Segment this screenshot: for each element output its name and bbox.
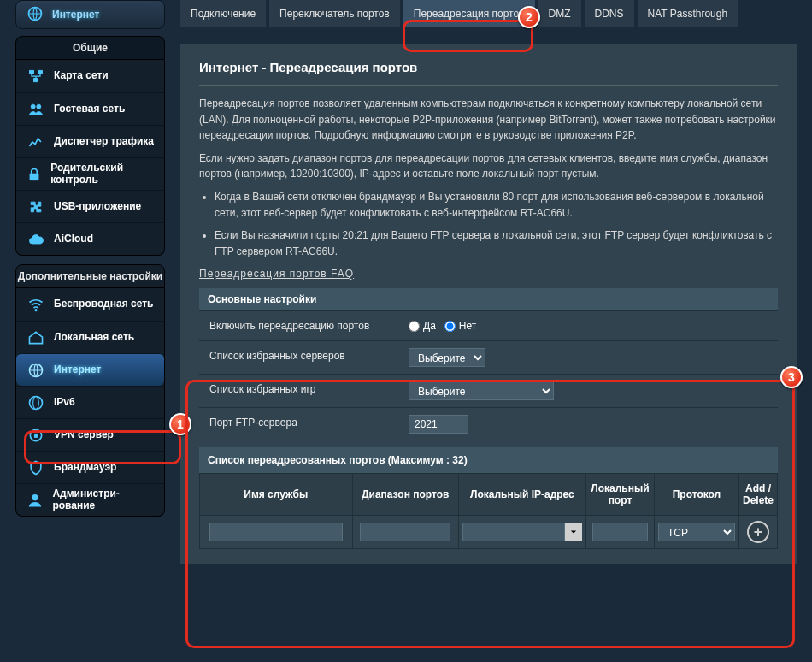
sidebar-item-label: Брандмауэр bbox=[54, 462, 116, 474]
sidebar-general-header: Общие bbox=[15, 36, 165, 60]
enable-forwarding-label: Включить переадресацию портов bbox=[199, 311, 400, 340]
tab-port-forward[interactable]: Переадресация портов bbox=[403, 0, 535, 27]
wifi-icon bbox=[25, 296, 47, 313]
fav-servers-label: Список избранных серверов bbox=[199, 341, 400, 374]
sidebar-item-label: Интернет bbox=[54, 364, 101, 376]
svg-rect-6 bbox=[30, 174, 38, 180]
intro-paragraph-1: Переадресация портов позволяет удаленным… bbox=[199, 96, 778, 144]
tab-nat[interactable]: NAT Passthrough bbox=[638, 0, 738, 27]
svg-rect-12 bbox=[34, 434, 37, 437]
sidebar-item-label: Карта сети bbox=[54, 70, 109, 82]
tab-ddns[interactable]: DDNS bbox=[585, 0, 634, 27]
tab-port-trigger[interactable]: Переключатель портов bbox=[269, 0, 400, 27]
callout-badge-1: 1 bbox=[169, 413, 191, 435]
col-range: Диапазон портов bbox=[352, 474, 458, 516]
col-service: Имя службы bbox=[200, 474, 353, 516]
main-content: Подключение Переключатель портов Переадр… bbox=[180, 0, 797, 564]
warning-item: Когда в Вашей сети отключен брандмауэр и… bbox=[215, 189, 778, 221]
svg-point-5 bbox=[37, 104, 41, 109]
guest-network-icon bbox=[25, 101, 47, 118]
traffic-icon bbox=[25, 133, 47, 151]
sidebar-item-network-map[interactable]: Карта сети bbox=[16, 60, 164, 92]
col-localport: Локальный порт bbox=[585, 474, 654, 516]
add-row-button[interactable]: + bbox=[747, 521, 769, 543]
sidebar-item-label: USB-приложение bbox=[54, 201, 141, 213]
sidebar-item-label: Беспроводная сеть bbox=[54, 298, 153, 310]
sidebar-item-firewall[interactable]: Брандмауэр bbox=[16, 451, 164, 483]
col-ip: Локальный IP-адрес bbox=[458, 474, 585, 516]
divider bbox=[199, 85, 778, 86]
sidebar-advanced-header: Дополнительные настройки bbox=[15, 264, 165, 288]
callout-badge-2: 2 bbox=[518, 6, 540, 28]
sidebar-item-label: Родительский контроль bbox=[50, 163, 156, 186]
home-icon bbox=[25, 329, 47, 346]
ipv6-icon bbox=[25, 394, 47, 411]
sidebar-item-label: Диспетчер трафика bbox=[54, 136, 154, 148]
local-ip-input[interactable] bbox=[462, 523, 565, 541]
tab-dmz[interactable]: DMZ bbox=[538, 0, 581, 27]
puzzle-icon bbox=[25, 198, 47, 216]
sidebar-item-parental-control[interactable]: Родительский контроль bbox=[16, 157, 164, 190]
sidebar-item-label: VPN сервер bbox=[54, 429, 114, 441]
svg-point-7 bbox=[35, 309, 38, 311]
fav-games-label: Список избранных игр bbox=[199, 375, 400, 407]
sidebar-item-aicloud[interactable]: AiCloud bbox=[16, 222, 164, 255]
port-forward-table: Имя службы Диапазон портов Локальный IP-… bbox=[199, 473, 778, 549]
sidebar-item-administration[interactable]: Администри-рование bbox=[16, 483, 164, 516]
port-range-input[interactable] bbox=[360, 523, 450, 541]
svg-point-13 bbox=[32, 494, 38, 500]
chevron-down-icon bbox=[570, 529, 577, 535]
quick-internet-button[interactable]: Интернет bbox=[15, 0, 165, 29]
radio-yes[interactable]: Да bbox=[409, 320, 436, 332]
content-panel: Интернет - Переадресация портов Переадре… bbox=[180, 44, 797, 564]
table-row: TCP + bbox=[200, 516, 778, 549]
tab-bar: Подключение Переключатель портов Переадр… bbox=[180, 0, 797, 27]
fav-games-select[interactable]: Выберите bbox=[409, 381, 554, 400]
radio-no[interactable]: Нет bbox=[444, 320, 476, 332]
vpn-icon bbox=[25, 427, 47, 444]
row-ftp-port: Порт FTP-сервера bbox=[199, 407, 778, 440]
sidebar-item-label: IPv6 bbox=[54, 397, 75, 409]
sidebar-item-label: AiCloud bbox=[54, 233, 93, 245]
page-title: Интернет - Переадресация портов bbox=[199, 60, 778, 74]
protocol-select[interactable]: TCP bbox=[658, 523, 735, 541]
sidebar-item-usb-app[interactable]: USB-приложение bbox=[16, 190, 164, 222]
sidebar-item-vpn-server[interactable]: VPN сервер bbox=[16, 418, 164, 451]
service-name-input[interactable] bbox=[209, 523, 343, 541]
tab-connection[interactable]: Подключение bbox=[180, 0, 266, 27]
sidebar-advanced-list: Беспроводная сеть Локальная сеть Интерне… bbox=[15, 288, 165, 517]
local-port-input[interactable] bbox=[592, 523, 648, 541]
sidebar-item-traffic-manager[interactable]: Диспетчер трафика bbox=[16, 125, 164, 157]
row-fav-games: Список избранных игр Выберите bbox=[199, 374, 778, 407]
col-action: Add / Delete bbox=[738, 474, 777, 516]
quick-internet-label: Интернет bbox=[52, 9, 99, 21]
globe-icon bbox=[26, 5, 44, 25]
callout-badge-3: 3 bbox=[780, 366, 803, 388]
sidebar-general-list: Карта сети Гостевая сеть Диспетчер трафи… bbox=[15, 60, 165, 256]
basic-settings-header: Основные настройки bbox=[199, 288, 778, 310]
ftp-port-label: Порт FTP-сервера bbox=[199, 408, 400, 440]
sidebar-item-wireless[interactable]: Беспроводная сеть bbox=[16, 288, 164, 321]
ip-dropdown-button[interactable] bbox=[565, 523, 582, 541]
sidebar-item-label: Администри-рование bbox=[52, 488, 156, 512]
sidebar-item-label: Локальная сеть bbox=[54, 332, 134, 344]
svg-rect-1 bbox=[30, 70, 34, 74]
row-fav-servers: Список избранных серверов Выберите bbox=[199, 340, 778, 374]
fav-servers-select[interactable]: Выберите bbox=[409, 348, 485, 367]
col-proto: Протокол bbox=[654, 474, 738, 516]
sidebar-item-guest-network[interactable]: Гостевая сеть bbox=[16, 92, 164, 125]
sidebar: Интернет Общие Карта сети Гостевая сеть … bbox=[15, 0, 165, 564]
lock-icon bbox=[25, 166, 44, 183]
sidebar-item-lan[interactable]: Локальная сеть bbox=[16, 321, 164, 353]
sidebar-item-ipv6[interactable]: IPv6 bbox=[16, 386, 164, 418]
table-header-row: Имя службы Диапазон портов Локальный IP-… bbox=[200, 474, 778, 516]
faq-link[interactable]: Переадресация портов FAQ bbox=[199, 268, 354, 280]
intro-paragraph-2: Если нужно задать диапазон портов для пе… bbox=[199, 151, 778, 182]
svg-rect-2 bbox=[38, 70, 43, 74]
sidebar-item-internet[interactable]: Интернет bbox=[16, 353, 164, 386]
warning-item: Если Вы назначили порты 20:21 для Вашего… bbox=[215, 228, 778, 259]
ftp-port-input[interactable] bbox=[409, 415, 468, 434]
svg-rect-3 bbox=[34, 79, 38, 82]
cloud-icon bbox=[25, 231, 47, 248]
shield-icon bbox=[25, 459, 47, 476]
